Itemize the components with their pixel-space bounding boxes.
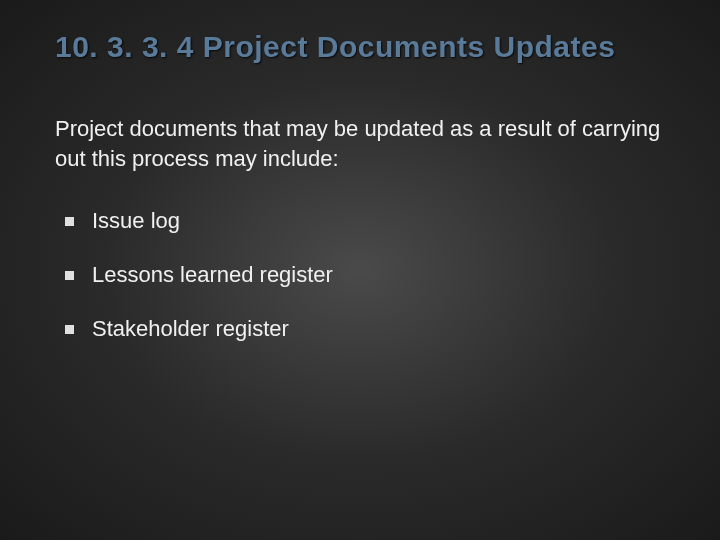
- list-item: Lessons learned register: [65, 262, 665, 288]
- bullet-icon: [65, 217, 74, 226]
- list-item: Issue log: [65, 208, 665, 234]
- list-item: Stakeholder register: [65, 316, 665, 342]
- bullet-text: Stakeholder register: [92, 316, 289, 342]
- intro-paragraph: Project documents that may be updated as…: [55, 114, 665, 173]
- bullet-icon: [65, 271, 74, 280]
- bullet-icon: [65, 325, 74, 334]
- bullet-text: Issue log: [92, 208, 180, 234]
- slide-container: 10. 3. 3. 4 Project Documents Updates Pr…: [0, 0, 720, 400]
- bullet-list: Issue log Lessons learned register Stake…: [55, 208, 665, 342]
- slide-title: 10. 3. 3. 4 Project Documents Updates: [55, 30, 665, 64]
- bullet-text: Lessons learned register: [92, 262, 333, 288]
